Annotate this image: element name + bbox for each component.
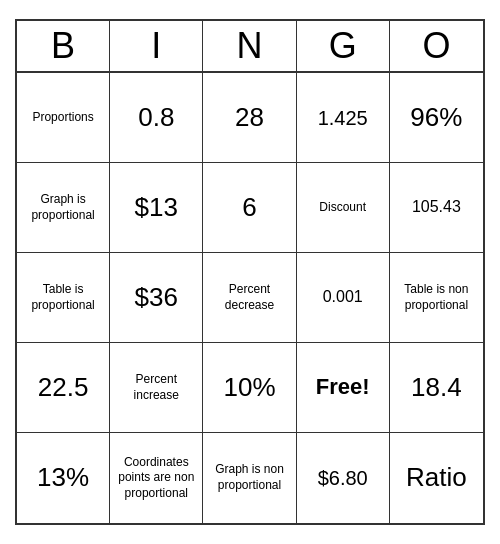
bingo-cell: Coordinates points are non proportional	[110, 433, 203, 523]
header-letter: I	[110, 21, 203, 71]
bingo-cell: 10%	[203, 343, 296, 433]
bingo-cell: Table is non proportional	[390, 253, 483, 343]
bingo-cell: 96%	[390, 73, 483, 163]
bingo-cell: Graph is proportional	[17, 163, 110, 253]
bingo-cell: 28	[203, 73, 296, 163]
header-letter: G	[297, 21, 390, 71]
bingo-cell: Table is proportional	[17, 253, 110, 343]
bingo-header: BINGO	[17, 21, 483, 73]
bingo-cell: $13	[110, 163, 203, 253]
bingo-cell: $6.80	[297, 433, 390, 523]
bingo-cell: 18.4	[390, 343, 483, 433]
bingo-cell: 0.001	[297, 253, 390, 343]
bingo-cell: 0.8	[110, 73, 203, 163]
bingo-cell: Ratio	[390, 433, 483, 523]
bingo-cell: Graph is non proportional	[203, 433, 296, 523]
bingo-cell: Free!	[297, 343, 390, 433]
bingo-cell: Discount	[297, 163, 390, 253]
bingo-cell: 1.425	[297, 73, 390, 163]
bingo-card: BINGO Proportions0.8281.42596%Graph is p…	[15, 19, 485, 525]
bingo-cell: Percent increase	[110, 343, 203, 433]
header-letter: N	[203, 21, 296, 71]
bingo-cell: 105.43	[390, 163, 483, 253]
bingo-cell: 6	[203, 163, 296, 253]
header-letter: O	[390, 21, 483, 71]
bingo-cell: 13%	[17, 433, 110, 523]
bingo-cell: $36	[110, 253, 203, 343]
bingo-cell: Proportions	[17, 73, 110, 163]
header-letter: B	[17, 21, 110, 71]
bingo-cell: 22.5	[17, 343, 110, 433]
bingo-cell: Percent decrease	[203, 253, 296, 343]
bingo-grid: Proportions0.8281.42596%Graph is proport…	[17, 73, 483, 523]
